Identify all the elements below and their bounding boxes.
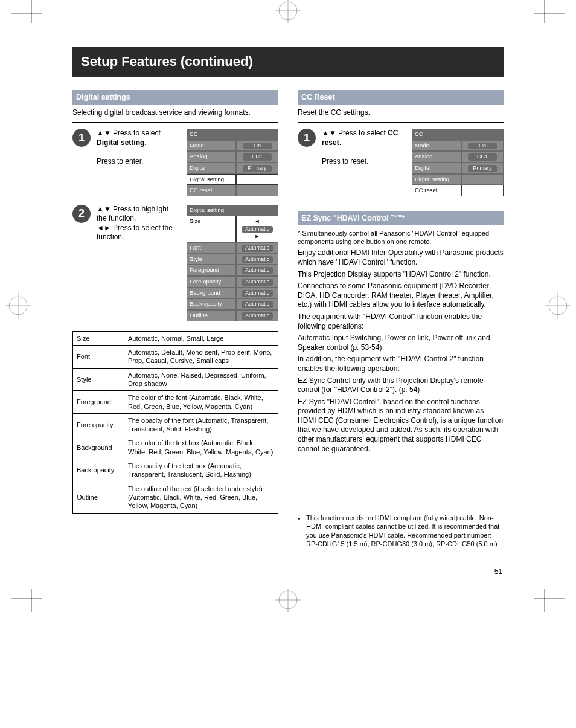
ez-p3: Connections to some Panasonic equipment … [298, 282, 504, 310]
arrows-up-down-icon: ▲▼ [97, 205, 111, 213]
osd-row: CC reset [187, 185, 278, 196]
step-1-right-text: ▲▼ Press to select CC reset. Press to re… [322, 129, 406, 166]
table-row: StyleAutomatic, None, Raised, Depressed,… [73, 368, 278, 391]
osd-row: DigitalPrimary [412, 163, 504, 174]
note-hdmi-cable: This function needs an HDMI compliant (f… [306, 514, 504, 548]
osd-row: OutlineAutomatic [187, 310, 278, 321]
digital-intro: Selecting digital broadcast service and … [72, 108, 278, 118]
crop-marks-top [0, 0, 576, 23]
osd-row: Back opacityAutomatic [187, 298, 278, 310]
step-number-1-right: 1 [298, 129, 316, 147]
osd-cc-menu-right: CC ModeOnAnalogCC1DigitalPrimaryDigital … [412, 129, 504, 196]
osd-row: BackgroundAutomatic [187, 288, 278, 299]
crop-mark-right [545, 292, 571, 319]
page-number: 51 [72, 567, 504, 577]
arrows-left-right-icon: ◄► [97, 224, 111, 232]
step1-bold: Digital setting [97, 138, 144, 147]
section-heading-ccreset: CC Reset [298, 90, 504, 105]
osd-row: StyleAutomatic [187, 254, 278, 265]
osd-title-right: CC [412, 129, 504, 140]
osd-title-2: Digital setting [187, 205, 278, 216]
osd-row: ForegroundAutomatic [187, 265, 278, 276]
osd-row: Fore opacityAutomatic [187, 276, 278, 288]
crop-marks-bottom [0, 589, 576, 612]
arrows-up-down-icon: ▲▼ [97, 129, 111, 137]
osd-row: Digital setting [412, 174, 504, 185]
osd-row: DigitalPrimary [187, 163, 278, 174]
divider [298, 122, 504, 123]
section-heading-ezsync: EZ Sync "HDAVI Control ™"* [298, 211, 504, 225]
table-row: BackgroundThe color of the text box (Aut… [73, 436, 278, 459]
step-number-2: 2 [72, 205, 91, 223]
osd-row: AnalogCC1 [187, 151, 278, 163]
right-column: CC Reset Reset the CC settings. CC ModeO… [298, 90, 504, 551]
osd-row: ModeOn [412, 140, 504, 152]
step-1-text: ▲▼ Press to select Digital setting. Pres… [97, 129, 181, 166]
step-2-text: ▲▼ Press to highlight the function. ◄► P… [97, 205, 181, 242]
ez-p5: Automatic Input Switching, Power on link… [298, 333, 504, 352]
step1-ok: Press to enter. [97, 157, 143, 166]
osd-title: CC [187, 129, 278, 140]
ez-p8: EZ Sync "HDAVI Control", based on the co… [298, 398, 504, 454]
left-column: Digital settings Selecting digital broad… [72, 90, 278, 551]
crop-mark-left [5, 292, 31, 319]
table-row: ForegroundThe color of the font (Automat… [73, 391, 278, 414]
step1-pre: Press to select [113, 129, 161, 137]
osd-row: Digital setting [187, 174, 278, 185]
page-title: Setup Features (continued) [72, 47, 504, 77]
ez-p4: The equipment with "HDAVI Control" funct… [298, 312, 504, 331]
cc-step1-ok: Press to reset. [322, 157, 368, 166]
step1-post: . [144, 138, 146, 147]
osd-row: FontAutomatic [187, 242, 278, 254]
ez-footnote: * Simultaneously control all Panasonic "… [298, 229, 504, 246]
ez-p6: In addition, the equipment with "HDAVI C… [298, 355, 504, 373]
table-row: Fore opacityThe opacity of the font (Aut… [73, 413, 278, 436]
osd-row: AnalogCC1 [412, 151, 504, 163]
table-row: SizeAutomatic, Normal, Small, Large [73, 331, 278, 345]
osd-row: ModeOn [187, 140, 278, 152]
osd-row: Size◄Automatic► [187, 216, 278, 242]
table-row: OutlineThe outline of the text (if selec… [73, 482, 278, 513]
osd-cc-menu: CC ModeOnAnalogCC1DigitalPrimaryDigital … [187, 129, 278, 196]
ez-note1-hidden: • Please consult your local Panasonic de… [298, 456, 504, 494]
ccreset-intro: Reset the CC settings. [298, 108, 504, 118]
note-title: Note: [298, 501, 315, 508]
ez-p7: EZ Sync Control only with this Projectio… [298, 376, 504, 395]
osd-row: CC reset [412, 185, 504, 196]
step-number-1: 1 [72, 129, 91, 147]
ez-p2: This Projection Display supports "HDAVI … [298, 270, 504, 280]
divider [72, 122, 278, 123]
cc-step1-post: . [339, 138, 341, 147]
ez-p1: Enjoy additional HDMI Inter-Operability … [298, 248, 504, 267]
table-row: FontAutomatic, Default, Mono-serif, Prop… [73, 346, 278, 369]
osd-digital-setting-menu: Digital setting Size◄Automatic►FontAutom… [187, 205, 278, 321]
section-heading-digital: Digital settings [72, 90, 278, 105]
arrows-up-down-icon: ▲▼ [322, 129, 336, 137]
cc-step1-pre: Press to select [338, 129, 388, 137]
digital-spec-table: SizeAutomatic, Normal, Small, LargeFontA… [72, 331, 278, 514]
table-row: Back opacityThe opacity of the text box … [73, 459, 278, 482]
